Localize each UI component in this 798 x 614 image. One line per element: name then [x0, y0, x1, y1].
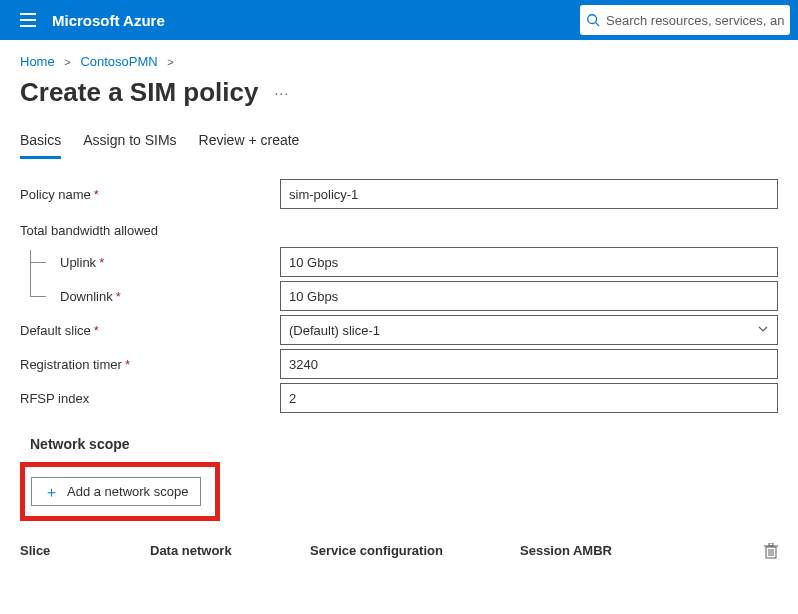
col-session-ambr: Session AMBR: [520, 543, 748, 562]
table-header-row: Slice Data network Service configuration…: [20, 543, 778, 566]
chevron-right-icon: >: [64, 56, 70, 68]
plus-icon: ＋: [44, 484, 59, 499]
svg-rect-0: [20, 13, 36, 15]
svg-line-4: [596, 23, 600, 27]
tab-assign-to-sims[interactable]: Assign to SIMs: [83, 126, 176, 159]
form-area: Policy name* Total bandwidth allowed Upl…: [0, 160, 798, 414]
svg-rect-1: [20, 19, 36, 21]
uplink-label: Uplink*: [20, 250, 280, 274]
registration-timer-label: Registration timer*: [20, 357, 280, 372]
rfsp-index-label: RFSP index: [20, 391, 280, 406]
default-slice-label: Default slice*: [20, 323, 280, 338]
registration-timer-input[interactable]: [280, 349, 778, 379]
search-icon: [586, 13, 600, 27]
tab-basics[interactable]: Basics: [20, 126, 61, 159]
policy-name-label: Policy name*: [20, 187, 280, 202]
add-network-scope-label: Add a network scope: [67, 484, 188, 499]
svg-rect-7: [769, 543, 773, 546]
tab-review-create[interactable]: Review + create: [199, 126, 300, 159]
col-slice: Slice: [20, 543, 150, 562]
trash-icon: [764, 543, 778, 559]
default-slice-select[interactable]: (Default) slice-1: [280, 315, 778, 345]
network-scope-table: Slice Data network Service configuration…: [0, 529, 798, 566]
page-title: Create a SIM policy: [20, 77, 258, 108]
rfsp-index-input[interactable]: [280, 383, 778, 413]
search-input[interactable]: [606, 13, 784, 28]
network-scope-heading: Network scope: [0, 416, 798, 462]
breadcrumb-home[interactable]: Home: [20, 54, 55, 69]
col-service-config: Service configuration: [310, 543, 520, 562]
page-title-row: Create a SIM policy ···: [0, 75, 798, 126]
add-network-scope-button[interactable]: ＋ Add a network scope: [31, 477, 201, 506]
chevron-down-icon: [757, 323, 769, 338]
top-bar: Microsoft Azure: [0, 0, 798, 40]
tab-bar: Basics Assign to SIMs Review + create: [0, 126, 798, 160]
delete-column-icon[interactable]: [748, 543, 778, 562]
breadcrumb-resource[interactable]: ContosoPMN: [80, 54, 157, 69]
downlink-input[interactable]: [280, 281, 778, 311]
default-slice-value: (Default) slice-1: [289, 323, 380, 338]
brand-label: Microsoft Azure: [52, 12, 165, 29]
svg-rect-2: [20, 25, 36, 27]
hamburger-menu-icon[interactable]: [8, 0, 48, 40]
downlink-label: Downlink*: [20, 284, 280, 308]
global-search[interactable]: [580, 5, 790, 35]
uplink-input[interactable]: [280, 247, 778, 277]
highlight-add-network-scope: ＋ Add a network scope: [20, 462, 220, 521]
policy-name-input[interactable]: [280, 179, 778, 209]
bandwidth-group-label: Total bandwidth allowed: [20, 217, 280, 240]
svg-point-3: [588, 15, 597, 24]
hamburger-icon: [20, 13, 36, 27]
breadcrumb: Home > ContosoPMN >: [0, 40, 798, 75]
chevron-right-icon: >: [167, 56, 173, 68]
more-actions-icon[interactable]: ···: [274, 85, 289, 101]
col-data-network: Data network: [150, 543, 310, 562]
